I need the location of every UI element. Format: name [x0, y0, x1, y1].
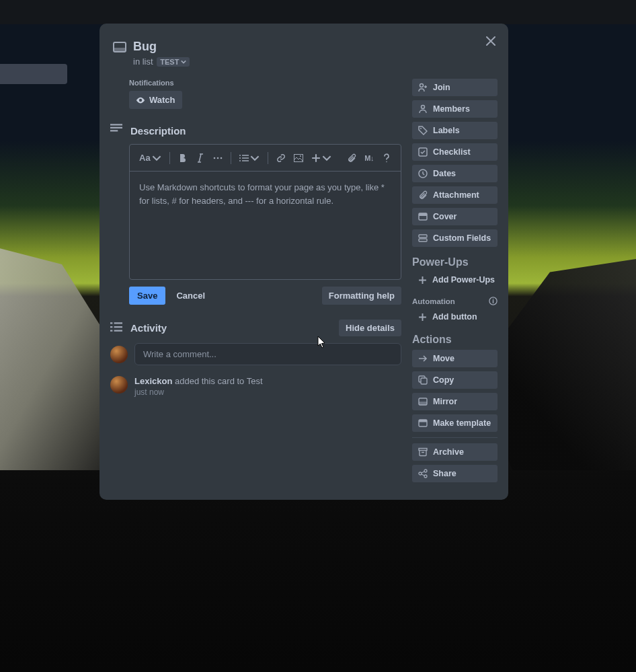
svg-rect-17	[419, 235, 427, 237]
editor-toolbar: Aa M↓	[130, 145, 401, 172]
text-style-dropdown[interactable]: Aa	[136, 150, 164, 165]
hide-details-button[interactable]: Hide details	[339, 320, 401, 336]
user-plus-icon	[418, 83, 428, 92]
list-icon	[239, 153, 249, 163]
more-formatting-button[interactable]	[210, 151, 225, 165]
move-button[interactable]: Move	[412, 350, 498, 367]
svg-point-5	[239, 155, 241, 156]
svg-point-12	[420, 128, 422, 129]
plus-icon	[311, 153, 321, 163]
card-icon	[113, 40, 126, 55]
join-button[interactable]: Join	[412, 79, 498, 96]
formatting-help-button[interactable]: Formatting help	[322, 287, 401, 305]
chevron-down-icon	[250, 153, 260, 163]
copy-button[interactable]: Copy	[412, 371, 498, 389]
activity-entry-text: Lexickon added this card to Test	[134, 376, 263, 386]
plus-icon	[418, 313, 427, 322]
close-icon	[486, 36, 495, 46]
checklist-button[interactable]: Checklist	[412, 143, 498, 161]
svg-point-27	[424, 470, 427, 472]
add-powerups-button[interactable]: Add Power-Ups	[412, 272, 498, 287]
svg-point-6	[239, 157, 241, 159]
fields-icon	[418, 233, 428, 243]
archive-button[interactable]: Archive	[412, 443, 498, 461]
link-icon	[276, 153, 286, 163]
mirror-button[interactable]: Mirror	[412, 393, 498, 410]
close-button[interactable]	[483, 33, 499, 49]
copy-icon	[418, 375, 428, 385]
description-heading: Description	[130, 125, 186, 137]
automation-label: Automation	[412, 297, 455, 305]
comment-input[interactable]: Write a comment...	[134, 343, 401, 365]
notifications-label: Notifications	[129, 79, 401, 87]
chevron-down-icon	[181, 59, 186, 65]
svg-point-3	[216, 157, 218, 159]
chevron-down-icon	[322, 153, 331, 163]
question-icon	[382, 153, 391, 163]
activity-heading: Activity	[130, 322, 167, 334]
italic-button[interactable]	[193, 151, 208, 165]
chevron-down-icon	[152, 153, 161, 163]
paperclip-icon	[347, 153, 356, 163]
description-editor: Aa M↓	[129, 144, 401, 280]
svg-rect-20	[421, 378, 427, 384]
svg-point-7	[239, 160, 241, 161]
italic-icon	[196, 153, 205, 163]
svg-point-4	[220, 157, 222, 159]
arrow-right-icon	[418, 354, 428, 363]
make-template-button[interactable]: Make template	[412, 414, 498, 432]
add-button-button[interactable]: Add button	[412, 309, 498, 324]
svg-rect-16	[419, 213, 427, 216]
checklist-icon	[418, 147, 428, 157]
svg-point-28	[424, 475, 427, 478]
dates-button[interactable]: Dates	[412, 165, 498, 182]
watch-button[interactable]: Watch	[129, 91, 182, 109]
save-button[interactable]: Save	[129, 287, 165, 305]
svg-point-2	[213, 157, 215, 159]
template-icon	[418, 418, 428, 428]
actions-label: Actions	[412, 334, 498, 346]
share-icon	[418, 469, 428, 478]
activity-entry-time[interactable]: just now	[134, 387, 263, 397]
svg-rect-22	[419, 402, 427, 405]
link-button[interactable]	[274, 151, 288, 165]
custom-fields-button[interactable]: Custom Fields	[412, 229, 498, 247]
markdown-toggle[interactable]: M↓	[362, 151, 376, 165]
svg-point-26	[419, 472, 422, 475]
bold-button[interactable]	[175, 151, 190, 165]
app-topbar	[0, 0, 636, 24]
svg-point-10	[420, 84, 424, 87]
cancel-button[interactable]: Cancel	[171, 287, 210, 305]
insert-dropdown[interactable]	[309, 151, 334, 165]
cover-button[interactable]: Cover	[412, 208, 498, 225]
attachment-button[interactable]: Attachment	[412, 186, 498, 204]
user-icon	[418, 104, 428, 114]
info-icon[interactable]	[489, 297, 498, 305]
card-title[interactable]: Bug	[133, 40, 190, 54]
archive-icon	[418, 447, 428, 457]
list-chip[interactable]: TEST	[157, 57, 190, 67]
card-modal: Bug in list TEST Notifications Watch	[100, 24, 508, 500]
attach-button[interactable]	[344, 151, 359, 165]
activity-icon	[110, 322, 124, 335]
description-icon	[110, 124, 124, 137]
labels-button[interactable]: Labels	[412, 122, 498, 139]
description-textarea[interactable]: Use Markdown shortcuts to format your pa…	[130, 172, 401, 279]
card-list-location: in list TEST	[133, 57, 190, 67]
eye-icon	[136, 96, 145, 105]
list-dropdown[interactable]	[237, 151, 262, 165]
svg-rect-18	[419, 239, 427, 241]
editor-help-button[interactable]	[379, 151, 394, 165]
svg-point-9	[300, 155, 301, 157]
tag-icon	[418, 126, 428, 135]
dots-icon	[213, 153, 223, 163]
separator	[412, 437, 498, 438]
members-button[interactable]: Members	[412, 100, 498, 118]
svg-point-11	[422, 106, 425, 109]
image-button[interactable]	[291, 151, 306, 165]
mirror-icon	[418, 397, 428, 406]
user-avatar	[110, 346, 128, 363]
user-avatar	[110, 376, 128, 394]
share-button[interactable]: Share	[412, 465, 498, 482]
powerups-label: Power-Ups	[412, 256, 498, 268]
